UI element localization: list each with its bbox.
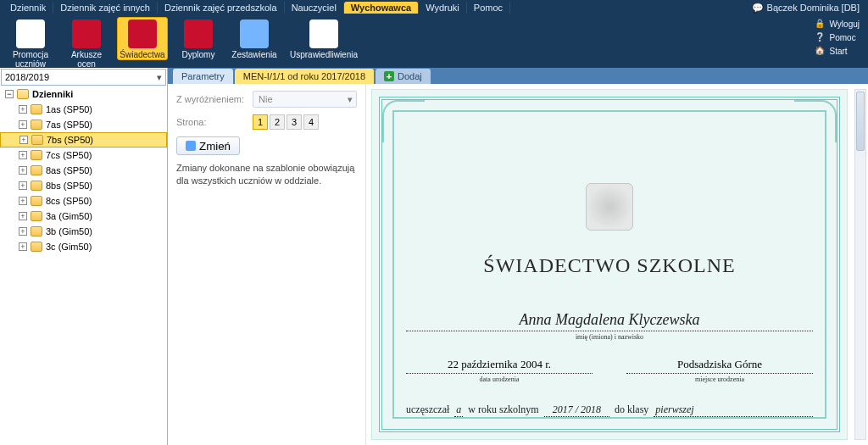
ribbon-promocja[interactable]: Promocja uczniów <box>5 17 56 70</box>
line-pre: uczęszczał <box>406 403 449 416</box>
expand-icon[interactable]: + <box>19 181 27 190</box>
tree-item-7as[interactable]: +7as (SP50) <box>0 117 167 132</box>
tree-item-7cs[interactable]: +7cs (SP50) <box>0 147 167 163</box>
year-select[interactable]: 2018/2019 ▾ <box>1 69 166 86</box>
menu-wychowawca[interactable]: Wychowawca <box>344 2 419 14</box>
left-panel: 2018/2019 ▾ − Dzienniki +1as (SP50) +7as… <box>0 68 168 445</box>
params-panel: Z wyróżnieniem: Nie ▾ Strona: 1 2 3 4 <box>168 84 366 445</box>
expand-icon[interactable]: + <box>19 166 27 175</box>
menubar: Dziennik Dziennik zajęć innych Dziennik … <box>0 0 868 15</box>
collapse-icon[interactable]: − <box>5 90 14 98</box>
start-label: Start <box>830 47 848 56</box>
logout-link[interactable]: 🔒 Wyloguj <box>815 17 860 31</box>
ribbon: Promocja uczniów Arkusze ocen Świadectwa… <box>0 15 868 68</box>
pager: 1 2 3 4 <box>253 114 319 130</box>
change-button[interactable]: Zmień <box>176 136 240 155</box>
page-4[interactable]: 4 <box>303 114 319 130</box>
folder-icon <box>31 150 42 160</box>
start-link[interactable]: 🏠 Start <box>815 44 860 58</box>
ribbon-dyplomy[interactable]: Dyplomy <box>173 17 224 60</box>
menu-wydruki[interactable]: Wydruki <box>419 2 467 14</box>
chevron-down-icon: ▾ <box>348 94 353 105</box>
chevron-down-icon: ▾ <box>157 72 162 83</box>
tab-men[interactable]: MEN-I/1/1 od roku 2017/2018 <box>235 69 374 84</box>
pob-sublabel: miejsce urodzenia <box>626 375 813 383</box>
logout-label: Wyloguj <box>830 19 860 29</box>
menu-dziennik-przedszkola[interactable]: Dziennik zajęć przedszkola <box>158 2 285 14</box>
class-value: pierwszej <box>654 403 813 417</box>
folder-open-icon <box>17 89 29 99</box>
expand-icon[interactable]: + <box>19 151 27 159</box>
expand-icon[interactable]: + <box>19 136 28 144</box>
expand-icon[interactable]: + <box>19 105 27 114</box>
tree-item-3b[interactable]: +3b (Gim50) <box>0 224 167 239</box>
line-after: do klasy <box>615 403 648 416</box>
ribbon-label: Arkusze ocen <box>62 50 111 69</box>
ribbon-arkusze[interactable]: Arkusze ocen <box>61 17 112 70</box>
menu-dziennik[interactable]: Dziennik <box>3 2 53 14</box>
pdf-icon <box>128 19 157 48</box>
dob-sublabel: data urodzenia <box>406 375 593 383</box>
year-value: 2018/2019 <box>5 72 49 82</box>
tree-item-3a[interactable]: +3a (Gim50) <box>0 209 167 224</box>
paper-icon <box>309 19 338 48</box>
year-range: 2017 / 2018 <box>544 403 609 417</box>
expand-icon[interactable]: + <box>19 242 27 251</box>
highlight-select: Nie ▾ <box>253 91 357 108</box>
people-icon <box>240 19 269 48</box>
line-mid: w roku szkolnym <box>468 403 538 416</box>
tree: − Dzienniki +1as (SP50) +7as (SP50) +7bs… <box>0 86 167 445</box>
tab-parametry[interactable]: Parametry <box>173 69 233 84</box>
tree-root[interactable]: − Dzienniki <box>0 86 167 102</box>
tree-item-1as[interactable]: +1as (SP50) <box>0 102 167 117</box>
ribbon-label: Świadectwa <box>118 50 167 59</box>
lock-icon: 🔒 <box>815 19 825 29</box>
user-name: Bączek Dominika [DB] <box>767 3 860 13</box>
pdf-icon <box>72 19 101 48</box>
underline <box>406 373 593 374</box>
menu-nauczyciel[interactable]: Nauczyciel <box>285 2 344 14</box>
expand-icon[interactable]: + <box>19 120 27 129</box>
main: 2018/2019 ▾ − Dzienniki +1as (SP50) +7as… <box>0 68 868 445</box>
tree-item-7bs[interactable]: +7bs (SP50) <box>0 132 167 147</box>
dob-value: 22 października 2004 r. <box>406 358 593 371</box>
line-suffix: a <box>454 403 463 417</box>
certificate: ŚWIADECTWO SZKOLNE Anna Magdalena Klycze… <box>371 89 848 440</box>
tab-add[interactable]: + Dodaj <box>376 69 431 84</box>
content: Z wyróżnieniem: Nie ▾ Strona: 1 2 3 4 <box>168 84 868 445</box>
menu-pomoc[interactable]: Pomoc <box>467 2 510 14</box>
menu-dziennik-innych[interactable]: Dziennik zajęć innych <box>53 2 158 14</box>
page-label: Strona: <box>176 117 253 127</box>
expand-icon[interactable]: + <box>19 212 27 220</box>
ribbon-swiadectwa[interactable]: Świadectwa <box>117 17 168 60</box>
ribbon-label: Promocja uczniów <box>6 50 55 69</box>
eagle-emblem-icon <box>586 183 633 231</box>
certificate-title: ŚWIADECTWO SZKOLNE <box>406 254 813 277</box>
tree-item-8cs[interactable]: +8cs (SP50) <box>0 193 167 209</box>
help-link[interactable]: ❔ Pomoc <box>815 31 860 44</box>
tree-item-label: 8as (SP50) <box>46 165 92 175</box>
tree-item-label: 8cs (SP50) <box>46 196 92 206</box>
folder-icon <box>31 104 42 114</box>
ribbon-zestawienia[interactable]: Zestawienia <box>229 17 280 60</box>
preview: ŚWIADECTWO SZKOLNE Anna Magdalena Klycze… <box>366 84 868 445</box>
page-2[interactable]: 2 <box>270 114 285 130</box>
user-label[interactable]: 💬 Bączek Dominika [DB] <box>752 3 865 14</box>
scrollbar-thumb[interactable] <box>856 92 865 151</box>
tree-item-label: 3b (Gim50) <box>46 226 92 236</box>
scrollbar[interactable] <box>854 89 866 440</box>
ribbon-label: Dyplomy <box>174 50 223 59</box>
tree-item-8as[interactable]: +8as (SP50) <box>0 163 167 178</box>
ribbon-usprawiedliwienia[interactable]: Usprawiedliwienia <box>285 17 363 60</box>
expand-icon[interactable]: + <box>19 227 27 236</box>
expand-icon[interactable]: + <box>19 197 27 205</box>
help-label: Pomoc <box>830 33 856 42</box>
tree-item-8bs[interactable]: +8bs (SP50) <box>0 178 167 193</box>
ribbon-label: Zestawienia <box>230 50 279 59</box>
page-3[interactable]: 3 <box>287 114 302 130</box>
page-1[interactable]: 1 <box>253 114 268 130</box>
highlight-value: Nie <box>259 94 273 104</box>
tree-item-label: 7cs (SP50) <box>46 150 92 160</box>
certificate-inner: ŚWIADECTWO SZKOLNE Anna Magdalena Klycze… <box>406 124 813 431</box>
tree-item-3c[interactable]: +3c (Gim50) <box>0 239 167 254</box>
